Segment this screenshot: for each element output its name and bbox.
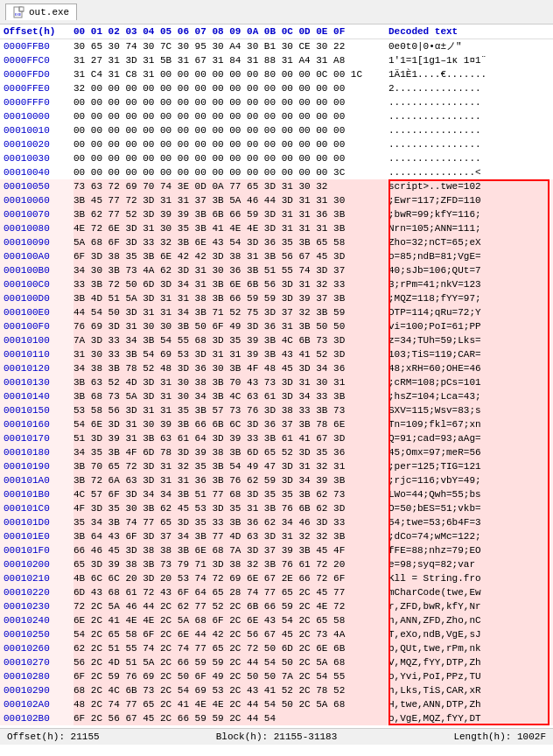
row-hex-bytes: 44 54 50 3D 31 31 34 3B 71 52 75 3D 37 3… (74, 305, 388, 319)
table-row[interactable]: 0001016054 6E 3D 31 30 39 3B 66 6B 6C 3D… (0, 417, 553, 431)
row-offset: 00010280 (4, 669, 74, 683)
table-row[interactable]: 0000FFC031 27 31 3D 31 5B 31 67 31 84 31… (0, 53, 553, 67)
row-decoded-text: ................ (388, 151, 550, 165)
table-row[interactable]: 0000FFF000 00 00 00 00 00 00 00 00 00 00… (0, 95, 553, 109)
hex-body[interactable]: 0000FFB030 65 30 74 30 7C 30 95 30 A4 30… (0, 39, 553, 728)
row-hex-bytes: 5A 68 6F 3D 33 32 3B 6E 43 54 3D 36 35 3… (74, 235, 388, 249)
row-decoded-text: ;hsZ=104;Lca=43; (388, 389, 550, 403)
table-row[interactable]: 000100E044 54 50 3D 31 31 34 3B 71 52 75… (0, 305, 553, 319)
table-row[interactable]: 000100C033 3B 72 50 6D 3D 34 31 3B 6E 6B… (0, 277, 553, 291)
table-row[interactable]: 0001027056 2C 4D 51 5A 2C 66 59 59 2C 44… (0, 655, 553, 669)
table-row[interactable]: 000102104B 6C 6C 20 3D 20 53 74 72 69 6E… (0, 571, 553, 585)
table-row[interactable]: 000101A03B 72 6A 63 3D 31 31 36 3B 76 62… (0, 473, 553, 487)
table-row[interactable]: 000101303B 63 52 4D 3D 31 30 38 3B 70 43… (0, 375, 553, 389)
row-decoded-text: Zho=32;nCT=65;eX (388, 235, 550, 249)
row-hex-bytes: 6E 2C 41 4E 4E 2C 5A 68 6F 2C 6E 43 54 2… (74, 613, 388, 627)
row-offset: 0000FFE0 (4, 81, 74, 95)
row-decoded-text: mCharCode(twe,Ew (388, 585, 550, 599)
row-decoded-text: ;rjc=116;vbY=49; (388, 473, 550, 487)
table-row[interactable]: 000100703B 62 77 52 3D 39 39 3B 6B 66 59… (0, 207, 553, 221)
row-offset: 00010190 (4, 459, 74, 473)
row-hex-bytes: 3B 64 43 6F 3D 37 34 3B 77 4D 63 3D 31 3… (74, 529, 388, 543)
table-row[interactable]: 0000FFE032 00 00 00 00 00 00 00 00 00 00… (0, 81, 553, 95)
table-row[interactable]: 0001026062 2C 51 55 74 2C 74 77 65 2C 72… (0, 641, 553, 655)
table-row[interactable]: 000102206D 43 68 61 72 43 6F 64 65 28 74… (0, 585, 553, 599)
row-offset: 00010050 (4, 179, 74, 193)
table-row[interactable]: 000100804E 72 6E 3D 31 30 35 3B 41 4E 4E… (0, 221, 553, 235)
table-row[interactable]: 000101E03B 64 43 6F 3D 37 34 3B 77 4D 63… (0, 529, 553, 543)
table-row[interactable]: 0001015053 58 56 3D 31 31 35 3B 57 73 76… (0, 403, 553, 417)
row-decoded-text: Q=91;cad=93;aAg= (388, 431, 550, 445)
table-row[interactable]: 0000FFB030 65 30 74 30 7C 30 95 30 A4 30… (0, 39, 553, 53)
table-row[interactable]: 0001017051 3D 39 31 3B 63 61 64 3D 39 33… (0, 431, 553, 445)
table-row[interactable]: 000101C04F 3D 35 30 3B 62 45 53 3D 35 31… (0, 501, 553, 515)
table-row[interactable]: 0001003000 00 00 00 00 00 00 00 00 00 00… (0, 151, 553, 165)
table-row[interactable]: 000102806F 2C 59 76 69 2C 50 6F 49 2C 50… (0, 669, 553, 683)
table-row[interactable]: 000101903B 70 65 72 3D 31 32 35 3B 54 49… (0, 459, 553, 473)
row-decoded-text: ...............< (388, 165, 550, 179)
row-offset: 000102B0 (4, 711, 74, 725)
row-decoded-text: ................ (388, 137, 550, 151)
row-hex-bytes: 6F 2C 59 76 69 2C 50 6F 49 2C 50 50 7A 2… (74, 669, 388, 683)
table-row[interactable]: 0000FFD031 C4 31 C8 31 00 00 00 00 00 00… (0, 67, 553, 81)
row-decoded-text: o,VgE,MQZ,fYY,DT (388, 711, 550, 725)
row-hex-bytes: 3B 63 52 4D 3D 31 30 38 3B 70 43 73 3D 3… (74, 375, 388, 389)
row-decoded-text: z=34;TUh=59;Lks= (388, 333, 550, 347)
table-row[interactable]: 0001005073 63 72 69 70 74 3E 0D 0A 77 65… (0, 179, 553, 193)
row-hex-bytes: 68 2C 4C 6B 73 2C 54 69 53 2C 43 41 52 2… (74, 683, 388, 697)
table-row[interactable]: 000101403B 68 73 5A 3D 31 30 34 3B 4C 63… (0, 389, 553, 403)
row-offset: 0000FFB0 (4, 39, 74, 53)
table-row[interactable]: 000101D035 34 3B 74 77 65 3D 35 33 3B 36… (0, 515, 553, 529)
row-decoded-text: ;Ewr=117;ZFD=110 (388, 193, 550, 207)
table-row[interactable]: 0001018034 35 3B 4F 6D 78 3D 39 38 3B 6D… (0, 445, 553, 459)
file-tab[interactable]: EXE out.exe (5, 4, 77, 20)
row-offset: 000101F0 (4, 543, 74, 557)
row-hex-bytes: 54 2C 65 58 6F 2C 6E 44 42 2C 56 67 45 2… (74, 627, 388, 641)
table-row[interactable]: 000101F066 46 45 3D 38 38 3B 6E 68 7A 3D… (0, 543, 553, 557)
row-offset: 00010200 (4, 557, 74, 571)
row-decoded-text: 103;TiS=119;CAR= (388, 347, 550, 361)
table-row[interactable]: 000102B06F 2C 56 67 45 2C 66 59 59 2C 44… (0, 711, 553, 725)
row-hex-bytes: 00 00 00 00 00 00 00 00 00 00 00 00 00 0… (74, 95, 388, 109)
hex-column-header: Offset(h) 00 01 02 03 04 05 06 07 08 09 … (0, 24, 553, 39)
table-row[interactable]: 0001012034 38 3B 78 52 48 3D 36 30 3B 4F… (0, 361, 553, 375)
table-row[interactable]: 0001020065 3D 39 38 3B 73 79 71 3D 38 32… (0, 557, 553, 571)
row-hex-bytes: 65 3D 39 38 3B 73 79 71 3D 38 32 3B 76 6… (74, 557, 388, 571)
table-row[interactable]: 000100905A 68 6F 3D 33 32 3B 6E 43 54 3D… (0, 235, 553, 249)
table-row[interactable]: 0001029068 2C 4C 6B 73 2C 54 69 53 2C 43… (0, 683, 553, 697)
row-hex-bytes: 53 58 56 3D 31 31 35 3B 57 73 76 3D 38 3… (74, 403, 388, 417)
row-decoded-text: Tn=109;fkl=67;xn (388, 417, 550, 431)
row-hex-bytes: 3B 68 73 5A 3D 31 30 34 3B 4C 63 61 3D 3… (74, 389, 388, 403)
table-row[interactable]: 000101007A 3D 33 34 3B 54 55 68 3D 35 39… (0, 333, 553, 347)
table-row[interactable]: 000102406E 2C 41 4E 4E 2C 5A 68 6F 2C 6E… (0, 613, 553, 627)
table-row[interactable]: 0001000000 00 00 00 00 00 00 00 00 00 00… (0, 109, 553, 123)
row-offset: 00010180 (4, 445, 74, 459)
table-row[interactable]: 000101B04C 57 6F 3D 34 34 3B 51 77 68 3D… (0, 487, 553, 501)
row-hex-bytes: 6D 43 68 61 72 43 6F 64 65 28 74 77 65 2… (74, 585, 388, 599)
row-hex-bytes: 3B 70 65 72 3D 31 32 35 3B 54 49 47 3D 3… (74, 459, 388, 473)
row-hex-bytes: 33 3B 72 50 6D 3D 34 31 3B 6E 6B 56 3D 3… (74, 277, 388, 291)
row-offset: 00010290 (4, 683, 74, 697)
table-row[interactable]: 0001001000 00 00 00 00 00 00 00 00 00 00… (0, 123, 553, 137)
row-offset: 00010020 (4, 137, 74, 151)
row-offset: 00010090 (4, 235, 74, 249)
table-row[interactable]: 000102A048 2C 74 77 65 2C 41 4E 4E 2C 44… (0, 697, 553, 711)
table-row[interactable]: 0001002000 00 00 00 00 00 00 00 00 00 00… (0, 137, 553, 151)
table-row[interactable]: 0001011031 30 33 3B 54 69 53 3D 31 31 39… (0, 347, 553, 361)
table-row[interactable]: 0001025054 2C 65 58 6F 2C 6E 44 42 2C 56… (0, 627, 553, 641)
row-offset: 00010130 (4, 375, 74, 389)
row-hex-bytes: 4C 57 6F 3D 34 34 3B 51 77 68 3D 35 35 3… (74, 487, 388, 501)
table-row[interactable]: 0001004000 00 00 00 00 00 00 00 00 00 00… (0, 165, 553, 179)
row-decoded-text: o,Yvi,PoI,PPz,TU (388, 669, 550, 683)
row-decoded-text: ;dCo=74;wMc=122; (388, 529, 550, 543)
table-row[interactable]: 000100603B 45 77 72 3D 31 31 37 3B 5A 46… (0, 193, 553, 207)
row-decoded-text: e=98;syq=82;var (388, 557, 550, 571)
row-hex-bytes: 76 69 3D 31 30 30 3B 50 6F 49 3D 36 31 3… (74, 319, 388, 333)
row-decoded-text: T,eXo,ndB,VgE,sJ (388, 627, 550, 641)
table-row[interactable]: 0001023072 2C 5A 46 44 2C 62 77 52 2C 6B… (0, 599, 553, 613)
row-offset: 000102A0 (4, 697, 74, 711)
table-row[interactable]: 000100B034 30 3B 73 4A 62 3D 31 30 36 3B… (0, 263, 553, 277)
table-row[interactable]: 000100A06F 3D 38 35 3B 6E 42 42 3D 38 31… (0, 249, 553, 263)
table-row[interactable]: 000100F076 69 3D 31 30 30 3B 50 6F 49 3D… (0, 319, 553, 333)
table-row[interactable]: 000100D03B 4D 51 5A 3D 31 31 38 3B 66 59… (0, 291, 553, 305)
